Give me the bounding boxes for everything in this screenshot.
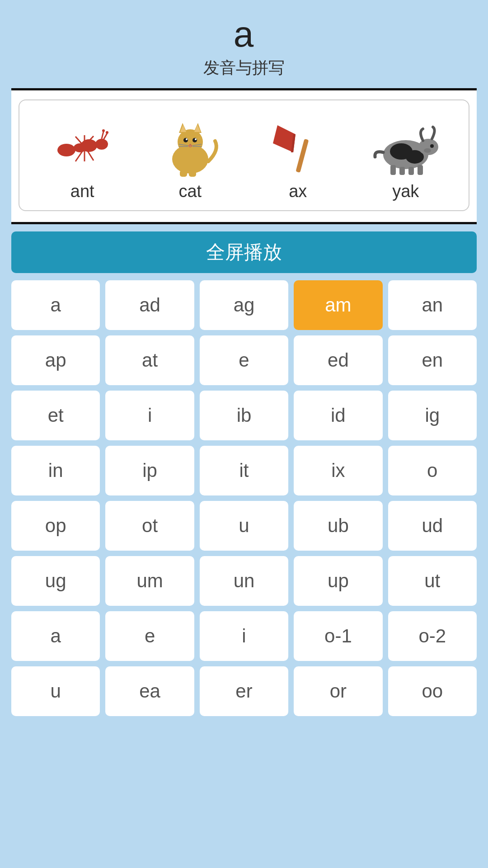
svg-point-3 [95, 139, 108, 150]
page-title: a [234, 14, 255, 55]
grid-cell-a-30[interactable]: a [11, 611, 100, 661]
svg-line-5 [102, 132, 103, 139]
flashcard-images: ant [28, 114, 460, 201]
svg-line-4 [103, 133, 107, 140]
grid-cell-ea-36[interactable]: ea [105, 666, 194, 716]
yak-icon [370, 114, 442, 177]
grid-cell-ig-14[interactable]: ig [388, 391, 477, 440]
grid-cell-ot-21[interactable]: ot [105, 501, 194, 551]
grid-cell-et-10[interactable]: et [11, 391, 100, 440]
grid-cell-um-26[interactable]: um [105, 556, 194, 606]
grid-cell-ad-1[interactable]: ad [105, 280, 194, 330]
flashcard-item-ax: ax [262, 114, 334, 201]
grid-cell-am-3[interactable]: am [294, 280, 382, 330]
grid-cell-o-19[interactable]: o [388, 446, 477, 495]
grid-cell-a-0[interactable]: a [11, 280, 100, 330]
grid-cell-ug-25[interactable]: ug [11, 556, 100, 606]
svg-point-21 [192, 138, 197, 142]
grid-cell-er-37[interactable]: er [200, 666, 288, 716]
svg-line-11 [75, 137, 82, 144]
grid-cell-i-11[interactable]: i [105, 391, 194, 440]
flashcard-outer: ant [11, 88, 477, 224]
svg-rect-43 [418, 165, 423, 175]
word-ant: ant [70, 182, 94, 201]
grid-cell-oo-39[interactable]: oo [388, 666, 477, 716]
svg-rect-41 [399, 167, 405, 175]
svg-point-20 [183, 138, 188, 142]
grid-cell-ag-2[interactable]: ag [200, 280, 288, 330]
grid-cell-ud-24[interactable]: ud [388, 501, 477, 551]
word-yak: yak [392, 182, 419, 201]
svg-point-23 [195, 138, 197, 140]
svg-point-38 [430, 144, 434, 148]
svg-point-6 [106, 131, 108, 134]
svg-rect-42 [408, 167, 414, 175]
svg-point-0 [57, 144, 75, 156]
grid-cell-u-35[interactable]: u [11, 666, 100, 716]
grid-cell-e-31[interactable]: e [105, 611, 194, 661]
grid-cell-ix-18[interactable]: ix [294, 446, 382, 495]
grid-cell-op-20[interactable]: op [11, 501, 100, 551]
grid-cell-ut-29[interactable]: ut [388, 556, 477, 606]
flashcard-inner: ant [19, 99, 469, 211]
grid-cell-o-2-34[interactable]: o-2 [388, 611, 477, 661]
grid-cell-ed-8[interactable]: ed [294, 335, 382, 385]
grid-cell-o-1-33[interactable]: o-1 [294, 611, 382, 661]
svg-point-39 [424, 148, 431, 153]
svg-rect-31 [296, 139, 309, 173]
phonics-grid: aadagamanapateedenetiibidiginipitixoopot… [11, 280, 477, 730]
word-ax: ax [289, 182, 307, 201]
fullscreen-button[interactable]: 全屏播放 [11, 231, 477, 273]
grid-cell-i-32[interactable]: i [200, 611, 288, 661]
grid-cell-un-27[interactable]: un [200, 556, 288, 606]
flashcard-item-yak: yak [370, 114, 442, 201]
grid-cell-en-9[interactable]: en [388, 335, 477, 385]
grid-cell-e-7[interactable]: e [200, 335, 288, 385]
svg-point-22 [186, 138, 188, 140]
grid-cell-ap-5[interactable]: ap [11, 335, 100, 385]
grid-cell-ib-12[interactable]: ib [200, 391, 288, 440]
grid-cell-at-6[interactable]: at [105, 335, 194, 385]
page-subtitle: 发音与拼写 [203, 57, 285, 79]
word-cat: cat [178, 182, 202, 201]
svg-rect-30 [189, 170, 196, 177]
cat-icon [154, 114, 226, 177]
svg-rect-29 [180, 170, 187, 177]
svg-point-15 [178, 129, 203, 155]
svg-point-7 [102, 129, 105, 132]
grid-cell-ub-23[interactable]: ub [294, 501, 382, 551]
grid-cell-in-15[interactable]: in [11, 446, 100, 495]
grid-cell-id-13[interactable]: id [294, 391, 382, 440]
svg-line-8 [75, 151, 82, 161]
grid-cell-an-4[interactable]: an [388, 280, 477, 330]
grid-cell-ip-16[interactable]: ip [105, 446, 194, 495]
grid-cell-it-17[interactable]: it [200, 446, 288, 495]
ant-icon [46, 114, 118, 177]
flashcard-item-ant: ant [46, 114, 118, 201]
grid-cell-or-38[interactable]: or [294, 666, 382, 716]
grid-cell-u-22[interactable]: u [200, 501, 288, 551]
ax-icon [262, 114, 334, 177]
svg-rect-40 [390, 165, 396, 175]
grid-cell-up-28[interactable]: up [294, 556, 382, 606]
flashcard-item-cat: cat [154, 114, 226, 201]
